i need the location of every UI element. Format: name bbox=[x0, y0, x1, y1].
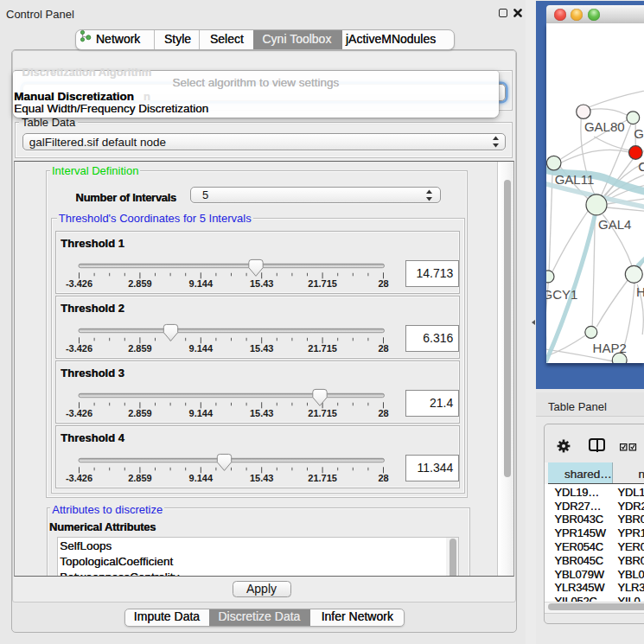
svg-text:9.144: 9.144 bbox=[188, 278, 213, 289]
svg-text:GAL4: GAL4 bbox=[598, 217, 631, 232]
svg-text:15.43: 15.43 bbox=[250, 278, 274, 289]
svg-text:-3.426: -3.426 bbox=[66, 408, 92, 418]
svg-text:21.715: 21.715 bbox=[308, 278, 337, 289]
svg-text:-3.426: -3.426 bbox=[66, 278, 92, 289]
svg-text:2.859: 2.859 bbox=[128, 473, 152, 483]
svg-text:9.144: 9.144 bbox=[188, 473, 213, 483]
svg-text:2.859: 2.859 bbox=[128, 278, 152, 289]
svg-text:GAL11: GAL11 bbox=[555, 172, 595, 187]
svg-text:-3.426: -3.426 bbox=[66, 473, 92, 483]
svg-text:GAL80: GAL80 bbox=[584, 119, 625, 134]
svg-text:21.715: 21.715 bbox=[308, 473, 337, 483]
svg-text:2.859: 2.859 bbox=[128, 343, 152, 354]
svg-text:-3.426: -3.426 bbox=[66, 343, 92, 354]
svg-text:2.859: 2.859 bbox=[128, 408, 152, 418]
svg-text:21.715: 21.715 bbox=[308, 343, 337, 354]
svg-text:15.43: 15.43 bbox=[250, 343, 274, 354]
svg-text:28: 28 bbox=[378, 473, 388, 483]
svg-text:9.144: 9.144 bbox=[188, 343, 213, 354]
svg-text:15.43: 15.43 bbox=[250, 473, 274, 483]
svg-text:G.: G. bbox=[634, 126, 644, 141]
svg-text:GCY1: GCY1 bbox=[546, 287, 577, 302]
svg-text:HAP2: HAP2 bbox=[593, 341, 627, 355]
svg-text:H: H bbox=[636, 284, 644, 299]
svg-text:28: 28 bbox=[378, 408, 388, 418]
svg-text:28: 28 bbox=[378, 278, 388, 289]
svg-text:C: C bbox=[639, 159, 644, 174]
svg-text:15.43: 15.43 bbox=[250, 408, 274, 418]
svg-text:9.144: 9.144 bbox=[188, 408, 213, 418]
svg-text:28: 28 bbox=[378, 343, 388, 354]
svg-text:21.715: 21.715 bbox=[308, 408, 337, 418]
